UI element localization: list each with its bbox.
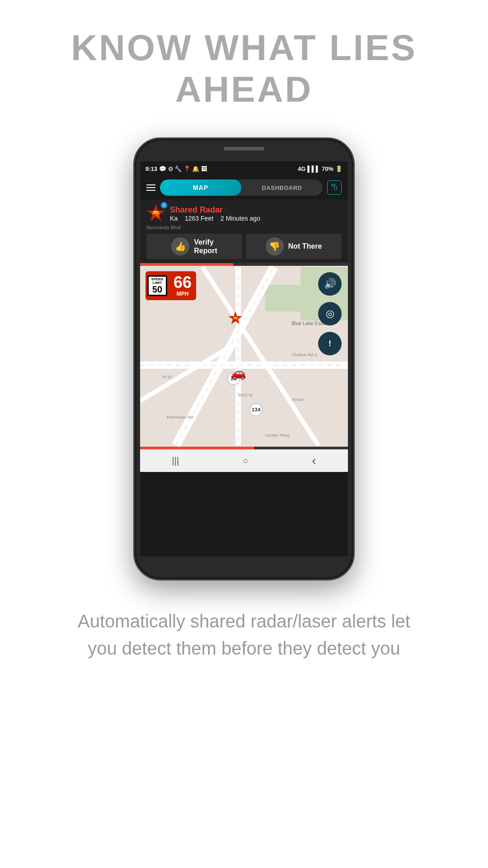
radar-distance: 1263 Feet bbox=[185, 215, 213, 222]
alert-location-button[interactable]: ! bbox=[318, 332, 342, 355]
map-radar-pin: 🔫 bbox=[228, 311, 243, 326]
svg-text:Perimeter Rd: Perimeter Rd bbox=[167, 415, 193, 420]
radar-type: Ka bbox=[170, 215, 178, 222]
phone-mockup: 9:13 💬 ⊙ 🔧 📍 🔔 🖼 4G ▌▌▌ 70% 🔋 MAP DAS bbox=[133, 137, 355, 580]
status-icons: 💬 ⊙ 🔧 📍 🔔 🖼 bbox=[159, 165, 207, 172]
battery-icon: 🔋 bbox=[335, 165, 343, 172]
thumbs-up-icon: 👍 bbox=[171, 237, 189, 255]
speed-display: SPEED LIMIT 50 66 MPH bbox=[145, 271, 196, 300]
radar-info: Shared Radar Ka 1263 Feet 2 Minutes ago bbox=[170, 205, 342, 222]
speed-limit-sign: SPEED LIMIT 50 bbox=[147, 275, 167, 296]
bluetooth-icon: ⮷ bbox=[331, 184, 338, 192]
current-speed: 66 bbox=[174, 274, 192, 291]
recent-apps-button[interactable]: ||| bbox=[172, 456, 179, 466]
phone-screen: 9:13 💬 ⊙ 🔧 📍 🔔 🖼 4G ▌▌▌ 70% 🔋 MAP DAS bbox=[140, 161, 348, 557]
bottom-nav: ||| ○ ‹ bbox=[140, 449, 348, 472]
tab-map[interactable]: MAP bbox=[160, 179, 241, 196]
svg-rect-2 bbox=[265, 285, 300, 311]
radar-header: 🔫 ✓ Shared Radar Ka 1263 Feet 2 Minutes … bbox=[146, 204, 342, 223]
bottom-progress-fill bbox=[140, 447, 254, 449]
radar-detail: Ka 1263 Feet 2 Minutes ago bbox=[170, 215, 342, 222]
network-icon: 4G bbox=[298, 165, 305, 172]
verify-report-button[interactable]: 👍 VerifyReport bbox=[146, 234, 242, 259]
home-button[interactable]: ○ bbox=[243, 456, 248, 466]
map-star-icon: 🔫 bbox=[228, 311, 243, 326]
verify-label: VerifyReport bbox=[194, 238, 217, 255]
tab-group: MAP DASHBOARD bbox=[160, 179, 323, 196]
map-area[interactable]: 23 134 Blue Lake Estates Chafee Rd S th … bbox=[140, 266, 348, 447]
svg-text:Chafee Rd S: Chafee Rd S bbox=[292, 352, 318, 357]
radar-street: Normandy Blvd bbox=[146, 225, 342, 230]
radar-title: Shared Radar bbox=[170, 205, 342, 215]
tab-dashboard[interactable]: DASHBOARD bbox=[241, 179, 323, 196]
bottom-progress-bar bbox=[140, 447, 348, 449]
back-button[interactable]: ‹ bbox=[312, 453, 316, 468]
alert-icon: ! bbox=[328, 339, 331, 349]
thumbs-down-icon: 👎 bbox=[266, 237, 284, 255]
svg-text:Arrow: Arrow bbox=[292, 397, 304, 402]
top-nav: MAP DASHBOARD ⮷ bbox=[140, 176, 348, 199]
current-speed-container: 66 MPH bbox=[169, 274, 196, 297]
recent-apps-icon: ||| bbox=[172, 456, 179, 466]
radar-badge: 🔫 ✓ bbox=[146, 204, 165, 223]
status-time: 9:13 bbox=[145, 165, 157, 172]
svg-text:Center Pkwy: Center Pkwy bbox=[265, 433, 290, 438]
phone-speaker bbox=[224, 147, 264, 151]
svg-text:134: 134 bbox=[252, 406, 261, 413]
radar-card: 🔫 ✓ Shared Radar Ka 1263 Feet 2 Minutes … bbox=[140, 199, 348, 263]
radar-time: 2 Minutes ago bbox=[221, 215, 260, 222]
radar-actions: 👍 VerifyReport 👎 Not There bbox=[146, 234, 342, 259]
back-icon: ‹ bbox=[312, 453, 316, 467]
battery: 70% bbox=[322, 165, 333, 172]
svg-text:93rd St: 93rd St bbox=[238, 392, 253, 397]
subtitle: Automatically shared radar/laser alerts … bbox=[41, 608, 447, 662]
sound-icon: 🔊 bbox=[324, 278, 336, 290]
headline: KNOW WHAT LIES AHEAD bbox=[0, 27, 488, 110]
status-right: 4G ▌▌▌ 70% 🔋 bbox=[298, 165, 343, 172]
not-there-button[interactable]: 👎 Not There bbox=[246, 234, 342, 259]
phone-shell: 9:13 💬 ⊙ 🔧 📍 🔔 🖼 4G ▌▌▌ 70% 🔋 MAP DAS bbox=[133, 137, 355, 580]
car-marker: 🚗 bbox=[230, 365, 246, 380]
speed-unit: MPH bbox=[177, 291, 189, 297]
verify-dot-icon: ✓ bbox=[161, 202, 167, 208]
hamburger-menu[interactable] bbox=[146, 184, 155, 191]
signal-bars: ▌▌▌ bbox=[307, 165, 320, 172]
bluetooth-button[interactable]: ⮷ bbox=[327, 180, 342, 195]
home-icon: ○ bbox=[243, 456, 248, 466]
status-bar: 9:13 💬 ⊙ 🔧 📍 🔔 🖼 4G ▌▌▌ 70% 🔋 bbox=[140, 161, 348, 176]
compass-icon: ◎ bbox=[326, 308, 334, 320]
not-there-label: Not There bbox=[288, 242, 322, 250]
svg-text:th St: th St bbox=[162, 374, 172, 379]
status-left: 9:13 💬 ⊙ 🔧 📍 🔔 🖼 bbox=[145, 165, 207, 172]
sound-button[interactable]: 🔊 bbox=[318, 272, 342, 296]
compass-button[interactable]: ◎ bbox=[318, 302, 342, 326]
